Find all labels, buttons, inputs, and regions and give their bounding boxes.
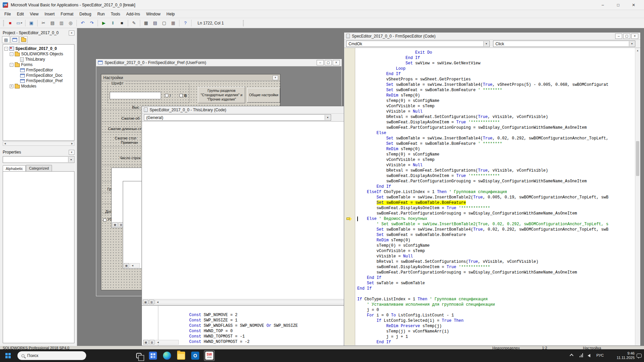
tree-item-solidworks-objects[interactable]: -SOLIDWORKS Objects (3, 51, 74, 57)
scroll-up-icon[interactable]: ▲ (635, 48, 640, 53)
taskbar-app-widgets[interactable] (148, 350, 158, 361)
project-close-icon[interactable]: × (69, 31, 74, 36)
tree-item-frmspeceditor[interactable]: FrmSpecEditor (3, 67, 74, 73)
tree-item-frmspeceditor-pref[interactable]: FrmSpecEditor_Pref (3, 78, 74, 83)
save-button[interactable]: ▣ (27, 19, 36, 27)
view-object-button[interactable] (11, 36, 19, 43)
menu-debug[interactable]: Debug (76, 11, 94, 17)
menu-help[interactable]: Help (163, 11, 178, 17)
cut-button[interactable]: ✂ (39, 19, 48, 27)
language-indicator[interactable]: РУС (596, 353, 604, 362)
minimize-button[interactable]: – (317, 60, 324, 65)
properties-object-combo[interactable]: ▾ (3, 156, 74, 163)
taskbar-app-solidworks[interactable]: SW2018 (204, 350, 215, 361)
project-tree-hscrollbar[interactable]: ◄ ► (3, 141, 74, 146)
object-combo[interactable]: (General) ▾ (144, 114, 331, 121)
volume-icon[interactable] (588, 354, 590, 362)
menu-format[interactable]: Format (58, 11, 76, 17)
close-button[interactable]: × (333, 60, 340, 65)
reset-button[interactable]: ■ (118, 19, 126, 27)
code-window-titlebar[interactable]: SpecEditor_2017_0_0 - FrmSpecEditor (Cod… (344, 33, 640, 40)
copy-button[interactable]: ▤ (48, 19, 57, 27)
toolbar-grip-2[interactable] (243, 20, 244, 26)
full-module-view-icon[interactable]: ▥ (149, 300, 154, 304)
taskbar-app-edge[interactable] (162, 350, 172, 361)
run-button[interactable]: ▶ (100, 19, 108, 27)
close-button[interactable]: ✕ (626, 0, 641, 10)
chevron-down-icon[interactable]: ▾ (629, 41, 635, 46)
procedure-view-icon[interactable]: ▦ (124, 263, 129, 268)
menu-edit[interactable]: Edit (14, 11, 27, 17)
code-vscrollbar[interactable]: ▲ (635, 48, 640, 345)
toolbox-button[interactable]: ▦ (169, 19, 177, 27)
minimize-button[interactable]: – (595, 0, 610, 10)
view-code-button[interactable]: ▤ (2, 36, 10, 43)
tray-expand-icon[interactable] (570, 354, 573, 362)
tab-categorized[interactable]: Categorized (26, 165, 52, 171)
tree-item-frmspeceditor-doc[interactable]: FrmSpecEditor_Doc (3, 73, 74, 78)
menu-run[interactable]: Run (94, 11, 108, 17)
network-icon[interactable] (580, 353, 584, 357)
menu-add-ins[interactable]: Add-Ins (123, 11, 143, 17)
project-explorer-button[interactable]: ▦ (142, 19, 150, 27)
break-button[interactable]: ‖ (109, 19, 117, 27)
help-button[interactable]: ? (181, 19, 190, 27)
taskbar-app-file-explorer[interactable] (176, 350, 186, 361)
scroll-left-icon[interactable]: ◄ (4, 142, 6, 145)
scroll-right-icon[interactable]: ► (71, 142, 73, 145)
procedure-view-icon[interactable]: ▦ (143, 340, 149, 345)
properties-window-button[interactable]: ▤ (151, 19, 159, 27)
toggle-folders-button[interactable] (19, 36, 28, 43)
object-combo[interactable]: CmdOk ▾ (346, 41, 490, 47)
collapse-toggle[interactable]: - (10, 52, 13, 56)
taskbar-app-outlook[interactable]: O (190, 350, 201, 361)
taskbar-app-task-view[interactable] (133, 350, 144, 361)
maximize-button[interactable]: □ (610, 0, 626, 10)
chevron-down-icon[interactable]: ▾ (325, 115, 330, 120)
object-browser-button[interactable]: ▢ (160, 19, 168, 27)
insert-userform-button[interactable]: ▭▾ (15, 19, 23, 27)
paste-button[interactable]: ▥ (57, 19, 66, 27)
clock[interactable]: 9:46 11.11.2025 (610, 351, 635, 362)
scrollbar-thumb[interactable] (636, 141, 639, 176)
tree-item-modules[interactable]: +Modules (3, 83, 74, 89)
redo-button[interactable]: ↷ (88, 19, 96, 27)
undo-button[interactable]: ↶ (78, 19, 87, 27)
restore-button[interactable]: ▢ (623, 34, 630, 39)
collapse-toggle[interactable]: - (10, 63, 13, 67)
notifications-icon[interactable] (637, 354, 642, 362)
toolbar-grip[interactable] (3, 20, 4, 26)
code-editor-area[interactable]: Exit Do End If Set swView = swView.GetNe… (344, 48, 640, 345)
procedure-view-icon[interactable]: ▦ (112, 222, 118, 227)
start-button[interactable] (5, 353, 11, 358)
properties-list[interactable] (3, 171, 74, 343)
minimize-button[interactable]: – (615, 34, 622, 39)
close-button[interactable]: × (631, 34, 638, 39)
chevron-down-icon[interactable]: ▾ (68, 157, 74, 162)
menu-view[interactable]: View (27, 11, 42, 17)
procedure-view-icon[interactable]: ▦ (143, 300, 148, 304)
tree-item-forms[interactable]: -Forms (3, 62, 74, 67)
tab-alphabetic[interactable]: Alphabetic (3, 165, 26, 172)
userform-window-titlebar[interactable]: SpecEditor_2017_0_0 - FrmSpecEditor_Pref… (96, 59, 342, 66)
menu-insert[interactable]: Insert (42, 11, 58, 17)
design-mode-button[interactable]: ✎ (130, 19, 138, 27)
checkbox-icon[interactable] (103, 219, 106, 222)
search-input[interactable]: Поиск (17, 351, 86, 360)
full-module-view-icon[interactable]: ▥ (149, 340, 155, 345)
restore-button[interactable]: ▢ (325, 60, 332, 65)
expand-toggle[interactable]: + (10, 84, 13, 88)
collapse-toggle[interactable]: - (4, 47, 8, 51)
hscrollbar[interactable]: ◄ (130, 263, 140, 268)
menu-file[interactable]: File (1, 11, 14, 17)
find-button[interactable]: ◎ (66, 19, 75, 27)
hscrollbar[interactable]: ◄ (155, 340, 179, 345)
chevron-down-icon[interactable]: ▾ (483, 41, 489, 46)
tree-item-speceditor-2017-0-0[interactable]: -SpecEditor_2017_0_0 (3, 46, 74, 51)
procedure-combo[interactable]: Click ▾ (493, 41, 635, 47)
tree-item-thislibrary[interactable]: ThisLibrary (3, 57, 74, 62)
menu-window[interactable]: Window (143, 11, 164, 17)
properties-close-icon[interactable]: × (69, 150, 74, 155)
solidworks-button[interactable]: ■ (6, 19, 14, 27)
menu-tools[interactable]: Tools (108, 11, 123, 17)
